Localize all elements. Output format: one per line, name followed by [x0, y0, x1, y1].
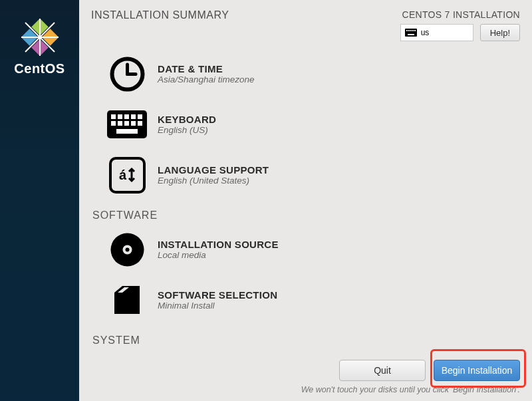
content: DATE & TIMEAsia/Shanghai timezone KEYBOA… — [79, 47, 532, 354]
svg-rect-14 — [408, 34, 414, 35]
spoke-sub: Local media — [158, 250, 308, 260]
spoke-label: INSTALLATION SOURCE — [158, 239, 308, 250]
svg-marker-36 — [114, 286, 140, 293]
centos-logo-icon — [21, 19, 59, 56]
svg-rect-9 — [406, 30, 408, 31]
keyboard-layout-value: us — [421, 28, 430, 37]
main-panel: INSTALLATION SUMMARY CENTOS 7 INSTALLATI… — [79, 0, 532, 401]
brand-text: CentOS — [14, 61, 65, 76]
spoke-label: SOFTWARE SELECTION — [158, 289, 308, 301]
svg-rect-35 — [114, 293, 140, 314]
begin-installation-button[interactable]: Begin Installation — [434, 360, 520, 381]
svg-rect-27 — [131, 121, 136, 126]
spoke-installation-destination[interactable]: INSTALLATION DESTINATIONCustom partition… — [102, 349, 312, 354]
svg-rect-21 — [124, 114, 129, 119]
svg-rect-13 — [414, 30, 416, 31]
footer-hint: We won't touch your disks until you clic… — [91, 385, 520, 394]
spoke-sub: Asia/Shanghai timezone — [158, 74, 308, 84]
section-title-system: SYSTEM — [92, 334, 520, 346]
spoke-datetime[interactable]: DATE & TIMEAsia/Shanghai timezone — [102, 49, 312, 99]
svg-rect-29 — [116, 129, 138, 134]
keyboard-layout-selector[interactable]: us — [400, 24, 473, 41]
svg-rect-11 — [410, 30, 412, 31]
quit-button[interactable]: Quit — [339, 360, 426, 381]
language-icon: á — [109, 157, 146, 194]
spoke-keyboard[interactable]: KEYBOARDEnglish (US) — [102, 99, 312, 150]
svg-rect-12 — [412, 30, 414, 31]
svg-rect-25 — [118, 121, 122, 126]
svg-rect-19 — [111, 114, 116, 119]
svg-rect-28 — [138, 121, 142, 126]
spoke-label: LANGUAGE SUPPORT — [158, 164, 308, 176]
svg-rect-20 — [118, 114, 122, 119]
spoke-sub: Minimal Install — [158, 301, 308, 311]
spoke-label: DATE & TIME — [158, 63, 308, 74]
keyboard-icon — [107, 110, 147, 138]
spoke-installation-source[interactable]: INSTALLATION SOURCELocal media — [102, 224, 312, 275]
spoke-sub: English (United States) — [158, 176, 308, 186]
installer-name: CENTOS 7 INSTALLATION — [400, 9, 520, 20]
spoke-label: KEYBOARD — [158, 114, 308, 125]
page-title: INSTALLATION SUMMARY — [91, 9, 229, 21]
svg-point-34 — [125, 247, 129, 251]
header: INSTALLATION SUMMARY CENTOS 7 INSTALLATI… — [79, 0, 532, 47]
disc-icon — [109, 231, 146, 268]
clock-icon — [109, 56, 146, 92]
svg-rect-23 — [138, 114, 142, 119]
package-icon — [110, 283, 144, 317]
svg-rect-22 — [131, 114, 136, 119]
footer: Quit Begin Installation We won't touch y… — [79, 354, 532, 401]
spoke-sub: English (US) — [158, 125, 308, 135]
help-button[interactable]: Help! — [480, 24, 520, 41]
spoke-language[interactable]: á LANGUAGE SUPPORTEnglish (United States… — [102, 150, 312, 200]
section-title-software: SOFTWARE — [92, 209, 520, 221]
spoke-software-selection[interactable]: SOFTWARE SELECTIONMinimal Install — [102, 275, 312, 325]
svg-rect-10 — [408, 30, 410, 31]
sidebar: CentOS — [0, 0, 79, 401]
svg-rect-26 — [124, 121, 129, 126]
svg-rect-8 — [405, 29, 417, 37]
svg-text:á: á — [119, 168, 127, 182]
keyboard-icon — [405, 29, 417, 37]
svg-rect-24 — [111, 121, 116, 126]
